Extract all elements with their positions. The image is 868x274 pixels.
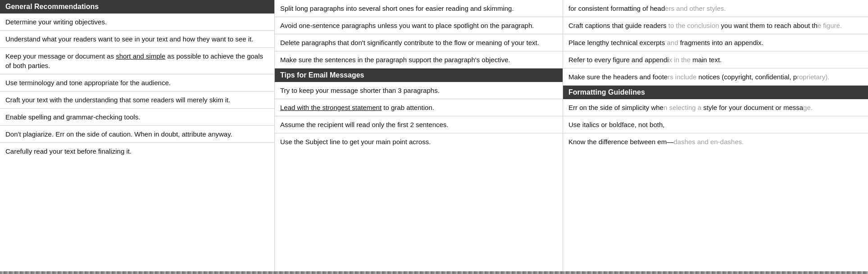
list-item: Split long paragraphs into several short… — [275, 0, 563, 17]
list-item: for consistent formatting of headers and… — [563, 0, 868, 17]
list-item: Craft your text with the understanding t… — [0, 91, 274, 109]
list-item: Err on the side of simplicity when selec… — [563, 99, 868, 116]
page-bottom-torn — [0, 271, 868, 274]
list-item: Avoid one-sentence paragraphs unless you… — [275, 17, 563, 34]
list-item: Lead with the strongest statement to gra… — [275, 99, 563, 116]
underline-text: short and simple — [116, 52, 165, 60]
list-item: Use terminology and tone appropriate for… — [0, 74, 274, 91]
list-item: Understand what your readers want to see… — [0, 31, 274, 48]
list-item: Keep your message or document as short a… — [0, 48, 274, 74]
col1-header: General Recommendations — [0, 0, 274, 14]
column-2: Split long paragraphs into several short… — [275, 0, 563, 274]
list-item: Enable spelling and grammar-checking too… — [0, 109, 274, 126]
list-item: Determine your writing objectives. — [0, 14, 274, 31]
col3-section-header: Formatting Guidelines — [563, 86, 868, 99]
list-item: Don't plagiarize. Err on the side of cau… — [0, 126, 274, 143]
list-item: Make sure the sentences in the paragraph… — [275, 51, 563, 68]
list-item: Use italics or boldface, not both, — [563, 116, 868, 133]
column-3: for consistent formatting of headers and… — [563, 0, 868, 274]
list-item: Refer to every figure and appendix in th… — [563, 51, 868, 68]
page-container: General Recommendations Determine your w… — [0, 0, 868, 274]
list-item: Make sure the headers and footers includ… — [563, 68, 868, 86]
list-item: Craft captions that guide readers to the… — [563, 17, 868, 34]
column-1: General Recommendations Determine your w… — [0, 0, 275, 274]
list-item: Use the Subject line to get your main po… — [275, 133, 563, 150]
list-item: Assume the recipient will read only the … — [275, 116, 563, 133]
list-item: Try to keep your message shorter than 3 … — [275, 82, 563, 99]
col2-section-header: Tips for Email Messages — [275, 68, 563, 82]
list-item: Know the difference between em—dashes an… — [563, 133, 868, 150]
underline-text: Lead with the strongest statement — [280, 104, 382, 111]
list-item: Delete paragraphs that don't significant… — [275, 34, 563, 51]
list-item: Place lengthy technical excerpts and fra… — [563, 34, 868, 51]
list-item: Carefully read your text before finalizi… — [0, 143, 274, 160]
